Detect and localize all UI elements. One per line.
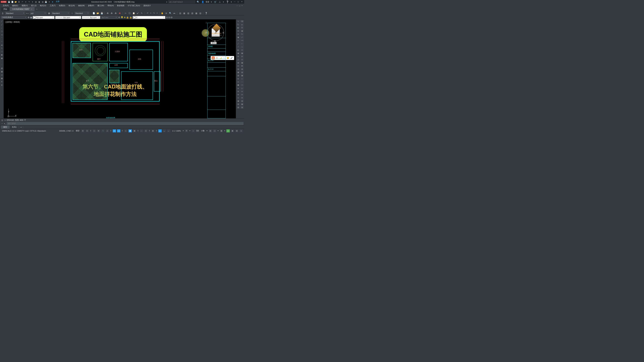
qp-drop[interactable]: ▼ [156,129,157,132]
rtool[interactable]: ⊗ [236,93,240,96]
help-drop-icon[interactable]: ▾ [230,1,232,3]
minimize-button[interactable]: — [234,1,236,3]
workspace-dropdown[interactable]: CAD经典模式▼ [1,16,27,19]
close-button[interactable]: ✕ [241,1,244,3]
layer-dropdown[interactable]: 0▼ [133,16,165,19]
rtool[interactable]: ⟿ [240,39,244,42]
scale3-icon[interactable]: ⟀ [167,129,170,132]
rtool[interactable]: ◧ [236,26,240,29]
rtool[interactable]: ⊞ [236,55,240,58]
ellipse-tool[interactable]: ⬭ [0,50,3,53]
rtool[interactable]: ▧ [240,71,244,74]
rtool[interactable]: ▨ [240,106,244,109]
key-icon[interactable]: ⌨ [196,129,199,132]
dim-style-icon[interactable]: ⟵ [26,11,29,15]
dim-style-dropdown[interactable]: yq1▼ [30,11,46,15]
props-icon[interactable]: ▤ [178,11,182,15]
markup-icon[interactable]: ▩ [194,11,198,15]
rtool[interactable]: ▨ [236,74,240,77]
rtool[interactable]: ◈ [236,77,240,80]
transparency-icon[interactable]: ▦ [128,129,132,132]
menu-dataview[interactable]: 数据视图 [116,4,126,7]
osnap-icon[interactable]: ∠ [106,129,109,132]
command-prompt-icon[interactable]: ⌐ [1,122,4,125]
cycle-icon[interactable]: ▣ [133,129,136,132]
menu-help[interactable]: 帮助(H) [106,4,116,7]
undo-drop-icon[interactable]: ▾ [24,0,27,3]
mleader-style-dropdown[interactable]: Standard▼ [74,11,90,15]
otrack-icon[interactable]: ◻ [113,129,116,132]
login-drop-icon[interactable]: ▾ [210,1,212,3]
qat-icon3[interactable]: ▧ [41,0,44,3]
lineweight-dropdown[interactable]: ByLayer▼ [82,16,100,19]
open-icon[interactable]: 📂 [14,0,17,3]
rtool[interactable]: ▣ [236,99,240,102]
menu-format[interactable]: 格式(O) [38,4,48,7]
redo-drop-icon[interactable]: ▾ [31,0,34,3]
point2-tool[interactable]: ⋮ [0,63,3,66]
gradient-tool[interactable]: ▦ [0,70,3,73]
login-button[interactable]: 登录 [206,1,209,3]
ellipse-arc-tool[interactable]: ⬬ [0,53,3,56]
new-icon[interactable]: 📄 [11,0,14,3]
layer-freeze-icon[interactable]: ❄ [124,16,126,18]
rtool[interactable]: ⊘ [240,93,244,96]
redo-drop-icon[interactable]: ▼ [156,11,158,15]
rtool[interactable]: △ [240,87,244,90]
rectangle-tool[interactable]: ▭ [0,33,3,36]
snap-drop[interactable]: ▼ [90,129,92,132]
menu-dimension[interactable]: 标注(N) [67,4,76,7]
ortho-icon[interactable]: ◫ [92,129,96,132]
add-tab-button[interactable]: + [35,7,39,11]
rtool[interactable]: ▦ [240,52,244,55]
rtool[interactable]: ⊡ [240,58,244,61]
qat-drop-icon[interactable]: ▾ [48,0,51,3]
rtool[interactable]: ▥ [236,103,240,106]
qview2-icon[interactable]: ◫ [213,129,216,132]
redo-icon[interactable]: ↷ [28,0,31,3]
rtool[interactable]: ⊕ [236,32,240,35]
rtool[interactable]: ⬡ [240,83,244,86]
cut-icon[interactable]: ✂ [124,11,127,15]
rtool[interactable]: ▣ [236,52,240,55]
zoom-prev-icon[interactable]: ⏮ [172,11,176,15]
rtool[interactable]: ▤ [240,99,244,102]
rtool[interactable]: ▦ [240,103,244,106]
rtool[interactable]: ⊞ [236,29,240,32]
qat-icon2[interactable]: ▦ [38,0,41,3]
zoom-rt-icon[interactable]: ⊕ [164,11,168,15]
matchprop-icon[interactable]: 🖌 [136,11,139,15]
rtool[interactable]: ⊟ [240,55,244,58]
save-icon[interactable]: 💾 [8,0,10,3]
help-icon[interactable]: ❔ [204,11,208,15]
isolate-icon[interactable]: ▣ [231,129,234,132]
paste-icon[interactable]: 📋 [132,11,135,15]
rtool[interactable]: ▨ [236,61,240,64]
menu-yuanquan[interactable]: 源泉设计 [142,4,152,7]
rtool[interactable]: ⊚ [240,96,244,99]
rtool[interactable]: ⌐ [240,42,244,45]
xline-tool[interactable]: ╱ [0,23,3,26]
layer-iso-icon[interactable]: ⛁ [168,16,170,18]
revcloud-tool[interactable]: ☁ [0,43,3,46]
mtext-tool[interactable]: A [0,80,3,83]
rtool[interactable]: ▦ [236,71,240,74]
rtool[interactable]: ⊙ [236,96,240,99]
rtool[interactable]: ↻ [240,32,244,35]
status-zoom[interactable]: 1:1 / 100% [172,130,182,132]
addselect-tool[interactable]: ⊕ [0,83,3,86]
table-style-dropdown[interactable]: Standard▼ [51,11,70,15]
rtool[interactable]: ✎ [236,20,240,23]
status-coords[interactable]: 335490, 17407, 0 [58,130,74,132]
status-units[interactable]: 小数 [200,130,205,132]
rtool[interactable]: ● [236,80,240,83]
undo-icon[interactable]: ↶ [146,11,149,15]
scale2-icon[interactable]: ⟁ [163,129,166,132]
rtool[interactable]: ⿻ [236,23,240,26]
menu-draw[interactable]: 绘图(D) [57,4,67,7]
rtool[interactable]: ▲ [236,87,240,90]
ime-emoji-icon[interactable]: 😊 [226,56,230,59]
rtool[interactable]: ╱ [236,42,240,45]
share-icon[interactable]: ➤ [51,0,54,3]
table-style-icon[interactable]: ▦ [47,11,51,15]
